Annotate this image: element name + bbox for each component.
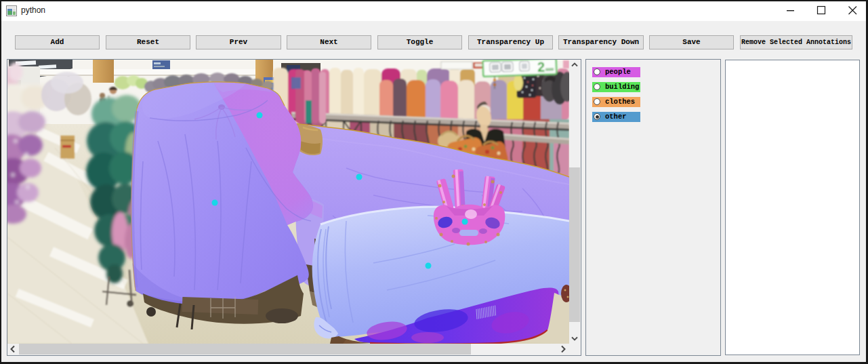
svg-text:2: 2 (537, 60, 545, 75)
